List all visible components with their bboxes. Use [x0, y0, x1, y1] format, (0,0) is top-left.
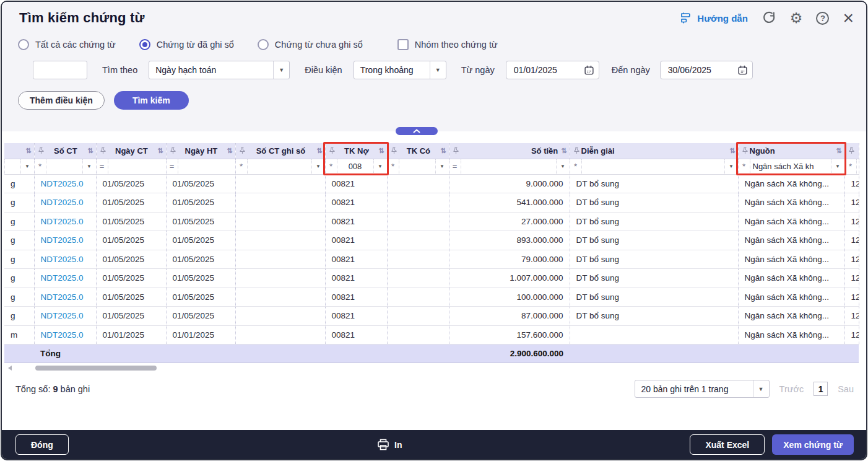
pin-icon[interactable] — [849, 147, 854, 154]
sort-icon[interactable]: ⇅ — [316, 147, 322, 155]
next-page-button[interactable]: Sau — [838, 384, 854, 394]
cell-so_ct[interactable]: NDT2025.0 — [34, 325, 96, 345]
table-row[interactable]: gNDT2025.001/05/202501/05/2025008219.000… — [4, 174, 859, 193]
pin-icon[interactable] — [38, 147, 44, 154]
collapse-panel-button[interactable] — [396, 127, 438, 135]
column-header-ngay_ht[interactable]: Ngày HT⇅ — [166, 143, 235, 159]
filter-dropdown-icon[interactable]: ▼ — [311, 159, 325, 174]
calendar-icon[interactable] — [734, 65, 752, 76]
column-header-ngay_ct[interactable]: Ngày CT⇅ — [96, 143, 166, 159]
sort-icon[interactable]: ⇅ — [561, 147, 566, 155]
table-row[interactable]: gNDT2025.001/05/202501/05/202500821100.0… — [4, 288, 859, 307]
sort-icon[interactable]: ⇅ — [227, 147, 232, 155]
filter-input[interactable] — [247, 159, 311, 174]
filter-cell-nguon[interactable]: *Ngân sách Xã kh▼ — [738, 159, 844, 174]
filter-dropdown-icon[interactable]: ▼ — [831, 159, 844, 174]
pin-icon[interactable] — [742, 147, 748, 154]
sort-icon[interactable]: ⇅ — [25, 147, 31, 155]
group-by-voucher-checkbox[interactable]: Nhóm theo chứng từ — [397, 39, 498, 50]
filter-cell-extra[interactable]: * — [844, 159, 859, 174]
pin-icon[interactable] — [240, 147, 245, 154]
filter-input[interactable]: Ngân sách Xã kh — [750, 159, 831, 174]
pin-icon[interactable] — [391, 147, 397, 154]
table-row[interactable]: gNDT2025.001/05/202501/05/2025008211.007… — [4, 269, 859, 288]
voucher-link[interactable]: NDT2025.0 — [35, 235, 96, 245]
sort-icon[interactable]: ⇅ — [729, 147, 735, 155]
help-icon[interactable]: ? — [816, 12, 829, 25]
filter-input[interactable] — [178, 159, 235, 174]
table-row[interactable]: gNDT2025.001/05/202501/05/20250082127.00… — [4, 212, 859, 231]
calendar-icon[interactable] — [580, 65, 599, 76]
column-header-tk_no[interactable]: TK Nợ⇅ — [325, 143, 387, 159]
close-icon[interactable]: × — [843, 11, 854, 25]
filter-dropdown-icon[interactable]: ▼ — [82, 159, 96, 174]
voucher-link[interactable]: NDT2025.0 — [35, 330, 96, 340]
sort-icon[interactable]: ⇅ — [836, 147, 841, 155]
column-header-nguon[interactable]: Nguồn⇅ — [738, 143, 844, 159]
search-button[interactable]: Tìm kiếm — [114, 91, 189, 110]
scrollbar-thumb[interactable] — [35, 366, 157, 371]
filter-dropdown-icon[interactable]: ▼ — [724, 159, 738, 174]
filter-input[interactable] — [46, 159, 82, 174]
column-header-c0[interactable]: ⇅ — [4, 143, 34, 159]
radio-voucher-type-2[interactable]: Chứng từ chưa ghi sổ — [258, 39, 363, 50]
filter-operator[interactable]: * — [845, 162, 856, 171]
filter-cell-ngay_ht[interactable]: = — [166, 159, 235, 174]
radio-icon[interactable] — [139, 39, 150, 50]
horizontal-scrollbar[interactable] — [7, 365, 861, 371]
cell-so_ct[interactable]: NDT2025.0 — [34, 231, 96, 250]
filter-cell-so_ct[interactable]: *▼ — [34, 159, 96, 174]
table-row[interactable]: gNDT2025.001/05/202501/05/202500821893.0… — [4, 231, 859, 250]
filter-operator[interactable]: * — [388, 162, 399, 171]
refresh-icon[interactable] — [762, 11, 776, 25]
filter-dropdown-icon[interactable]: ▼ — [20, 159, 34, 174]
filter-input[interactable] — [399, 159, 435, 174]
filter-operator[interactable]: * — [35, 162, 46, 171]
sort-icon[interactable]: ⇅ — [87, 147, 93, 155]
scroll-left-arrow-icon[interactable] — [8, 366, 12, 371]
page-size-select[interactable]: 20 bản ghi trên 1 trang ▼ — [635, 380, 770, 398]
cell-so_ct[interactable]: NDT2025.0 — [34, 288, 96, 307]
filter-operator[interactable]: = — [167, 162, 178, 171]
voucher-link[interactable]: NDT2025.0 — [35, 198, 96, 207]
table-row[interactable]: gNDT2025.001/05/202501/05/20250082179.00… — [4, 250, 859, 269]
filter-dropdown-icon[interactable]: ▼ — [373, 159, 387, 174]
cell-so_ct[interactable]: NDT2025.0 — [34, 250, 96, 269]
filter-dropdown-icon[interactable]: ▼ — [435, 159, 449, 174]
add-condition-button[interactable]: Thêm điều kiện — [18, 91, 105, 110]
filter-input[interactable] — [108, 159, 166, 174]
table-row[interactable]: gNDT2025.001/05/202501/05/202500821541.0… — [4, 193, 859, 213]
filter-operator[interactable]: = — [449, 162, 461, 171]
column-header-dien_giai[interactable]: Diễn giải⇅ — [570, 143, 738, 159]
pin-icon[interactable] — [170, 147, 176, 154]
filter-dropdown-icon[interactable]: ▼ — [556, 159, 570, 174]
cell-so_ct[interactable]: NDT2025.0 — [34, 307, 96, 326]
table-row[interactable]: mNDT2025.001/01/202501/01/202500821157.6… — [4, 325, 859, 345]
prev-page-button[interactable]: Trước — [779, 384, 804, 394]
filter-cell-so_ct_ghi_so[interactable]: *▼ — [235, 159, 325, 174]
sort-icon[interactable]: ⇅ — [440, 147, 446, 155]
cell-so_ct[interactable]: NDT2025.0 — [34, 193, 96, 213]
voucher-link[interactable]: NDT2025.0 — [35, 311, 96, 320]
export-excel-button[interactable]: Xuất Excel — [690, 434, 765, 455]
filter-input[interactable] — [4, 159, 20, 174]
close-dialog-button[interactable]: Đóng — [15, 434, 69, 455]
filter-cell-ngay_ct[interactable]: = — [96, 159, 166, 174]
search-by-select[interactable]: Ngày hạch toán ▼ — [149, 61, 290, 79]
guide-link[interactable]: Hướng dẫn — [679, 12, 748, 24]
to-date-input[interactable]: 30/06/2025 — [660, 61, 753, 79]
cell-so_ct[interactable]: NDT2025.0 — [34, 212, 96, 231]
sort-icon[interactable]: ⇅ — [378, 147, 384, 155]
filter-input[interactable] — [461, 159, 556, 174]
current-page-number[interactable]: 1 — [814, 382, 828, 396]
column-header-so_ct[interactable]: Số CT⇅ — [34, 143, 96, 159]
radio-voucher-type-1[interactable]: Chứng từ đã ghi sổ — [139, 39, 234, 50]
voucher-link[interactable]: NDT2025.0 — [35, 292, 96, 302]
filter-input[interactable]: 008 — [337, 159, 373, 174]
search-input[interactable] — [33, 61, 87, 79]
voucher-link[interactable]: NDT2025.0 — [35, 255, 96, 264]
pin-icon[interactable] — [329, 147, 335, 154]
filter-input[interactable] — [581, 159, 724, 174]
radio-icon[interactable] — [258, 39, 269, 50]
column-header-so_tien[interactable]: Số tiền⇅ — [449, 143, 570, 159]
